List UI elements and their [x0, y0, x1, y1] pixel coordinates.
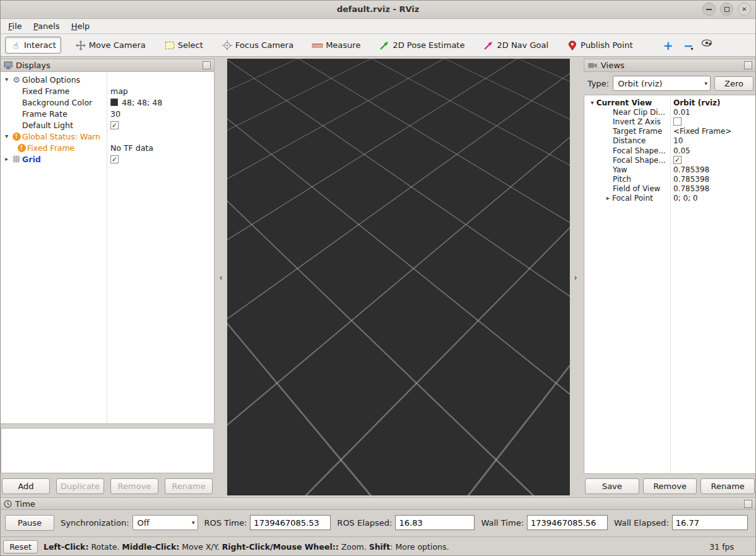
row-frame-rate[interactable]: Frame Rate 30 [1, 108, 214, 119]
focal-shape-fixed-checkbox[interactable]: ✓ [673, 156, 682, 164]
remove-tool-button[interactable]: − ▾ [682, 39, 694, 52]
time-controls: Pause Synchronization: Off ▾ ROS Time: R… [0, 510, 756, 535]
row-label: Invert Z Axis [613, 117, 661, 126]
target-frame-value: <Fixed Frame> [673, 127, 731, 136]
tool-properties-button[interactable]: ▾ [701, 39, 711, 47]
minimize-button[interactable] [702, 3, 716, 16]
remove-view-button[interactable]: Remove [643, 478, 697, 494]
tool-move-camera[interactable]: Move Camera [71, 37, 150, 53]
row-background-color[interactable]: Background Color 48; 48; 48 [1, 97, 214, 108]
row-fixed-frame[interactable]: Fixed Frame map [1, 85, 214, 97]
remove-display-button[interactable]: Remove [110, 478, 158, 494]
tool-interact[interactable]: ☝ Interact [5, 37, 61, 54]
collapse-right-handle[interactable]: › [571, 272, 580, 282]
row-label: Grid [22, 155, 41, 164]
row-label: Distance [613, 136, 646, 145]
titlebar[interactable]: default.rviz - RViz ✕ [0, 0, 756, 19]
expander-closed-icon[interactable]: ▸ [604, 195, 612, 201]
displays-float-button[interactable] [203, 61, 211, 69]
row-grid-display[interactable]: ▸ Grid ✓ [1, 153, 214, 165]
invert-z-checkbox[interactable] [673, 117, 682, 126]
tool-2d-pose-estimate[interactable]: 2D Pose Estimate [374, 37, 469, 53]
synchronization-combobox[interactable]: Off ▾ [133, 515, 198, 530]
row-global-options[interactable]: ▾ ⚙ Global Options [1, 74, 214, 85]
menu-help[interactable]: Help [66, 20, 96, 32]
views-tree: ▾ Current View Orbit (rviz) Near Clip Di… [584, 95, 756, 474]
reset-button[interactable]: Reset [3, 540, 38, 553]
row-label: Current View [596, 98, 652, 107]
fixed-frame-value: map [110, 86, 128, 96]
row-default-light[interactable]: Default Light ✓ [1, 119, 214, 131]
row-label: Frame Rate [22, 109, 68, 119]
row-label: Near Clip Di... [613, 108, 665, 117]
tool-select[interactable]: Select [160, 37, 208, 53]
add-tool-button[interactable]: + [662, 39, 675, 52]
grid-enabled-checkbox[interactable]: ✓ [110, 155, 119, 163]
maximize-icon [724, 7, 729, 12]
expander-open-icon[interactable]: ▾ [588, 100, 596, 106]
tool-focus-camera[interactable]: Focus Camera [217, 37, 298, 53]
tool-publish-point[interactable]: Publish Point [562, 37, 637, 53]
field-of-view-value: 0.785398 [673, 184, 709, 193]
time-panel-header[interactable]: Time [0, 497, 756, 510]
displays-panel-header[interactable]: Displays [0, 59, 215, 72]
views-panel-title: Views [601, 61, 625, 70]
row-label: Focal Shape... [613, 156, 666, 165]
views-panel-icon [588, 62, 598, 69]
collapse-left-handle[interactable]: ‹ [216, 272, 225, 282]
wall-elapsed-input[interactable] [672, 515, 748, 530]
save-view-button[interactable]: Save [585, 478, 639, 494]
row-label: Target Frame [613, 127, 662, 136]
default-light-checkbox[interactable]: ✓ [110, 121, 119, 129]
tool-select-label: Select [178, 40, 203, 50]
toolbar: ☝ Interact Move Camera Select Focus Came… [0, 34, 756, 57]
3d-viewport[interactable] [227, 59, 570, 495]
row-fixed-frame-status[interactable]: ! Fixed Frame No TF data [1, 142, 214, 153]
tool-2d-nav-goal[interactable]: 2D Nav Goal [478, 37, 553, 53]
menu-file[interactable]: File [3, 20, 28, 32]
focal-point-value: 0; 0; 0 [673, 194, 698, 203]
views-float-button[interactable] [744, 61, 752, 69]
close-button[interactable]: ✕ [738, 3, 751, 16]
row-global-status[interactable]: ▾ ! Global Status: Warn [1, 131, 214, 142]
pause-button[interactable]: Pause [5, 515, 54, 531]
expander-open-icon[interactable]: ▾ [3, 133, 11, 139]
view-type-combobox[interactable]: Orbit (rviz) ▾ [613, 76, 711, 91]
views-panel-header[interactable]: Views [584, 59, 756, 72]
zero-button[interactable]: Zero [714, 76, 753, 91]
focus-camera-icon [221, 40, 233, 50]
fps-counter: 31 fps [709, 542, 734, 552]
check-icon: ✓ [675, 157, 680, 163]
minimize-icon [706, 9, 712, 10]
hand-icon: ☝ [10, 40, 21, 50]
time-panel-title: Time [15, 499, 35, 509]
warning-icon: ! [11, 133, 22, 141]
time-float-button[interactable] [744, 500, 752, 508]
rename-view-button[interactable]: Rename [700, 478, 755, 494]
yaw-value: 0.785398 [673, 165, 709, 174]
tool-2d-nav-goal-label: 2D Nav Goal [497, 40, 548, 50]
menu-panels[interactable]: Panels [28, 20, 66, 32]
add-display-button[interactable]: Add [2, 478, 50, 494]
rename-display-button[interactable]: Rename [165, 478, 213, 494]
ros-time-input[interactable] [250, 515, 331, 530]
expander-open-icon[interactable]: ▾ [3, 76, 11, 83]
mouse-help-text: Left-Click: Rotate. Middle-Click: Move X… [44, 542, 449, 552]
duplicate-display-button[interactable]: Duplicate [56, 478, 104, 494]
near-clip-value: 0.01 [673, 108, 690, 117]
tool-management-group: + − ▾ ▾ [662, 39, 711, 52]
views-column-divider[interactable] [670, 95, 671, 473]
tool-measure[interactable]: Measure [307, 37, 365, 53]
tool-measure-label: Measure [326, 40, 360, 50]
wall-time-input[interactable] [527, 515, 608, 530]
displays-panel: Displays ▾ ⚙ Global Options Fixed Frame … [0, 59, 215, 495]
maximize-button[interactable] [720, 3, 733, 16]
chevron-right-icon: › [574, 273, 577, 282]
row-label: Focal Point [612, 194, 653, 203]
displays-column-divider[interactable] [107, 72, 107, 423]
3d-grid [227, 59, 570, 321]
ros-elapsed-input[interactable] [395, 515, 475, 530]
select-icon [164, 40, 175, 50]
main-area: Displays ▾ ⚙ Global Options Fixed Frame … [0, 57, 756, 497]
expander-closed-icon[interactable]: ▸ [3, 156, 11, 162]
